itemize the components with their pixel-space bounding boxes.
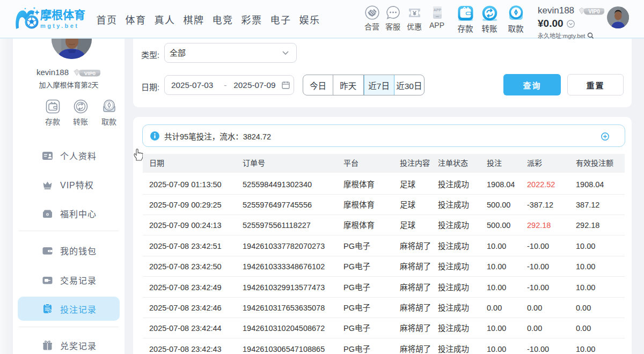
svg-text:VIP0: VIP0 xyxy=(588,8,600,14)
svg-text:VIP0: VIP0 xyxy=(84,70,96,76)
svg-text:APP: APP xyxy=(433,8,441,12)
